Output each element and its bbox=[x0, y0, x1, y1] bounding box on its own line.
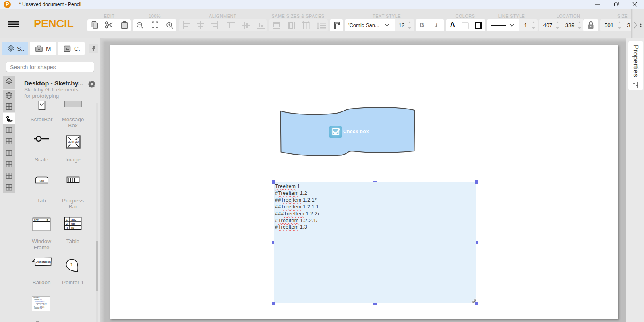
svg-text:33 x 30: 33 x 30 bbox=[68, 140, 79, 144]
svg-text:abc: abc bbox=[34, 219, 39, 221]
svg-text:3: 3 bbox=[66, 226, 68, 230]
svg-text:TreeItem 1.3: TreeItem 1.3 bbox=[34, 308, 42, 310]
svg-text:TreeItem 1.2.1: TreeItem 1.2.1 bbox=[35, 301, 44, 302]
svg-text:1: 1 bbox=[66, 218, 68, 221]
svg-text:1: 1 bbox=[70, 262, 73, 268]
svg-text:tab: tab bbox=[39, 179, 44, 182]
svg-text:TreeItem 1.2.2: TreeItem 1.2.2 bbox=[37, 304, 46, 306]
svg-text:TreeItem 1.2: TreeItem 1.2 bbox=[34, 299, 42, 301]
svg-text:ijk: ijk bbox=[71, 226, 74, 230]
svg-text:TreeItem 1.2.1.1: TreeItem 1.2.1.1 bbox=[36, 303, 47, 304]
svg-text:2: 2 bbox=[66, 222, 68, 225]
svg-text:Annotation: Annotation bbox=[36, 260, 51, 264]
svg-text:X: X bbox=[46, 218, 48, 222]
svg-text:TreeItem 1: TreeItem 1 bbox=[33, 297, 40, 299]
svg-text:abc: abc bbox=[71, 218, 76, 221]
svg-text:TreeItem 1.2.2.1: TreeItem 1.2.2.1 bbox=[34, 306, 44, 308]
svg-text:def: def bbox=[71, 222, 76, 225]
